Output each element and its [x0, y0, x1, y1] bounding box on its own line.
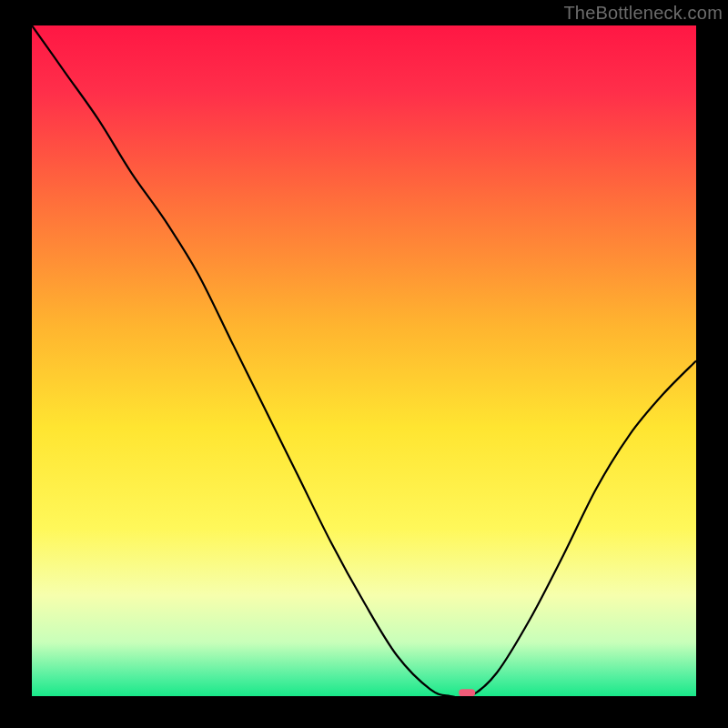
gradient-fill-rect [32, 25, 696, 696]
watermark-text: TheBottleneck.com [563, 3, 723, 24]
plot-area [32, 25, 696, 696]
chart-svg [32, 25, 696, 696]
chart-frame: TheBottleneck.com [0, 0, 728, 728]
highlight-marker [459, 689, 475, 696]
